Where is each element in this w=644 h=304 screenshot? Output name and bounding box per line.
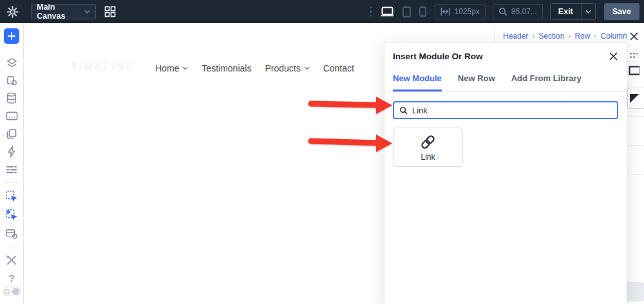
breadcrumb-item-column[interactable]: Column bbox=[600, 32, 627, 41]
box-gear-icon bbox=[5, 228, 18, 240]
sidebar-item-tools[interactable] bbox=[0, 251, 24, 269]
copy-icon bbox=[6, 128, 17, 140]
insert-module-dialog: Insert Module Or Row New Module New Row … bbox=[384, 42, 627, 304]
module-card-label: Link bbox=[421, 153, 435, 162]
sidebar-item-form-field[interactable] bbox=[0, 108, 24, 126]
panel-frame-icon[interactable] bbox=[629, 66, 639, 78]
exit-dropdown-button[interactable] bbox=[581, 4, 595, 19]
sidebar-item-layers[interactable] bbox=[0, 54, 24, 72]
site-logo[interactable]: TIMELINE bbox=[71, 61, 135, 73]
dialog-tabs: New Module New Row Add From Library bbox=[384, 69, 627, 92]
tab-add-from-library[interactable]: Add From Library bbox=[511, 69, 582, 91]
panel-divider bbox=[627, 174, 644, 175]
zoom-level-field[interactable]: 85.07... bbox=[493, 4, 543, 19]
responsive-width-value: 1025px bbox=[454, 7, 479, 16]
nav-item-home[interactable]: Home bbox=[155, 63, 188, 73]
tab-new-module[interactable]: New Module bbox=[393, 69, 442, 91]
link-icon bbox=[419, 133, 437, 151]
sidebar-item-design-styles[interactable] bbox=[0, 71, 24, 90]
device-phone-button[interactable] bbox=[419, 6, 426, 17]
tools-icon bbox=[6, 254, 17, 266]
select-cursor-icon bbox=[5, 190, 18, 203]
module-search-field[interactable] bbox=[393, 101, 618, 119]
magnifier-icon bbox=[498, 7, 507, 16]
panel-divider bbox=[627, 145, 644, 146]
nav-item-testimonials[interactable]: Testimonials bbox=[202, 63, 251, 73]
canvas-selector-dropdown[interactable]: Main Canvas bbox=[31, 4, 96, 19]
builder-sidebar: ? bbox=[0, 23, 24, 304]
width-arrows-icon bbox=[440, 7, 450, 16]
save-button[interactable]: Save bbox=[604, 3, 639, 20]
chevron-down-icon bbox=[84, 10, 90, 14]
nav-item-contact[interactable]: Contact bbox=[323, 63, 354, 73]
sidebar-item-add-content[interactable] bbox=[4, 28, 19, 44]
annotation-arrow-search bbox=[311, 97, 392, 114]
color-swatch-icon bbox=[630, 94, 639, 103]
lightning-icon bbox=[7, 146, 16, 158]
nav-item-products[interactable]: Products bbox=[265, 63, 309, 73]
sidebar-item-quick-actions[interactable] bbox=[0, 143, 24, 161]
device-tablet-button[interactable] bbox=[402, 6, 411, 17]
exit-button[interactable]: Exit bbox=[551, 4, 581, 19]
layout-grid-icon[interactable] bbox=[104, 6, 116, 17]
zoom-level-value: 85.07... bbox=[511, 7, 537, 16]
select-parent-cursor-icon bbox=[5, 209, 18, 222]
sidebar-divider bbox=[5, 247, 19, 247]
panel-close-icon[interactable] bbox=[630, 32, 638, 41]
more-options-icon[interactable] bbox=[370, 6, 372, 17]
sidebar-item-settings-list[interactable] bbox=[0, 160, 24, 178]
breadcrumb-item-row[interactable]: Row bbox=[574, 32, 590, 41]
dialog-title: Insert Module Or Row bbox=[393, 52, 483, 61]
top-toolbar: Main Canvas 1025px 85.07... bbox=[0, 0, 644, 23]
breadcrumb-item-section[interactable]: Section bbox=[538, 32, 564, 41]
chevron-down-icon bbox=[585, 10, 591, 14]
sidebar-item-select-element[interactable] bbox=[0, 187, 24, 206]
module-card-link[interactable]: Link bbox=[393, 128, 463, 167]
toggle-knob bbox=[12, 288, 19, 295]
site-nav-menu: Home Testimonials Products Contact bbox=[155, 63, 354, 73]
panel-dock-icon[interactable] bbox=[630, 50, 639, 62]
builder-mode-toggle[interactable] bbox=[3, 287, 21, 296]
database-icon bbox=[6, 92, 17, 104]
device-desktop-button[interactable] bbox=[381, 6, 394, 17]
exit-split-button: Exit bbox=[550, 3, 596, 20]
sliders-icon bbox=[6, 165, 17, 175]
responsive-width-field[interactable]: 1025px bbox=[435, 4, 485, 19]
layers-icon bbox=[6, 57, 18, 69]
dialog-close-icon[interactable] bbox=[609, 52, 618, 61]
sidebar-item-help[interactable]: ? bbox=[0, 269, 24, 287]
color-picker-partial[interactable] bbox=[627, 88, 644, 109]
annotation-arrow-module bbox=[311, 135, 392, 152]
sidebar-item-data-storage[interactable] bbox=[0, 90, 24, 108]
builder-settings-icon[interactable] bbox=[6, 6, 19, 18]
builder-app: Main Canvas 1025px 85.07... bbox=[0, 0, 644, 304]
canvas-selector-label: Main Canvas bbox=[37, 3, 84, 21]
chevron-down-icon bbox=[182, 66, 188, 70]
help-icon: ? bbox=[8, 272, 14, 283]
sidebar-divider bbox=[5, 182, 19, 183]
panel-divider bbox=[627, 116, 644, 117]
breadcrumb-item-header[interactable]: Header bbox=[503, 32, 528, 41]
input-field-icon bbox=[6, 111, 18, 121]
tab-new-row[interactable]: New Row bbox=[458, 69, 495, 91]
toggle-gear-icon bbox=[5, 289, 10, 294]
sidebar-item-box-settings[interactable] bbox=[0, 225, 24, 243]
chevron-down-icon bbox=[304, 66, 310, 70]
styles-icon bbox=[6, 75, 18, 87]
search-icon bbox=[399, 106, 408, 115]
breadcrumb: Header › Section › Row › Column bbox=[503, 32, 627, 41]
sidebar-item-duplicate[interactable] bbox=[0, 125, 24, 143]
plus-icon bbox=[8, 32, 15, 40]
module-search-input[interactable] bbox=[412, 106, 612, 115]
sidebar-item-select-parent[interactable] bbox=[0, 206, 24, 225]
